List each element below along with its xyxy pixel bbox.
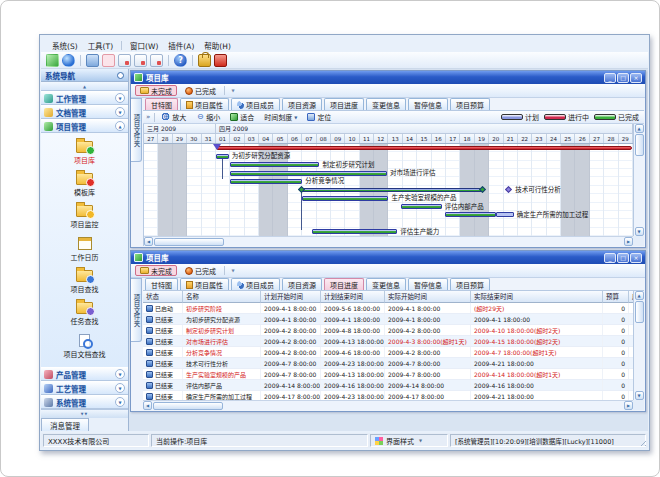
expand-arrow-icon[interactable] [115, 397, 125, 407]
table-row-0[interactable]: 已启动初步研究阶段2009-4-1 8:00:002009-5-6 18:00:… [143, 303, 633, 314]
menu-item-5[interactable]: 帮助(H) [199, 39, 236, 52]
gantt-tab-5[interactable]: 变更信息 [366, 98, 406, 110]
table-tab-0[interactable]: 甘特图 [145, 278, 178, 290]
sidebar-section-5[interactable]: 系统管理 [41, 395, 128, 409]
gantt-summary-bar[interactable] [216, 146, 632, 150]
sidebar-section-0[interactable]: 工作管理 [41, 91, 128, 105]
table-tab-3[interactable]: 项目资源 [282, 278, 322, 290]
side-tab-project-folder[interactable]: 项目文件夹 [131, 98, 142, 162]
gantt-tab-3[interactable]: 项目资源 [282, 98, 322, 110]
toolbar-overflow-icon[interactable] [146, 113, 150, 121]
collapse-arrow-icon[interactable] [115, 121, 125, 131]
menu-item-3[interactable]: 窗口(W) [125, 39, 163, 52]
expand-arrow-icon[interactable] [115, 107, 125, 117]
table-row-8[interactable]: 已结束确定生产所需的加工过程2009-4-17 8:00:002009-4-23… [143, 391, 633, 400]
gantt-tab-0[interactable]: 甘特图 [145, 98, 178, 110]
minimize-icon[interactable] [604, 253, 616, 263]
table-filter-button-0[interactable]: 未完成 [135, 265, 177, 276]
table-tab-4[interactable]: 项目进度 [324, 278, 364, 290]
gantt-task-bar-6[interactable] [302, 196, 388, 201]
table-tab-1[interactable]: 项目属性 [180, 278, 229, 290]
column-header-3[interactable]: 计划结束时间 [321, 291, 385, 303]
interface-style-button[interactable]: 界面样式 [370, 434, 448, 447]
scrollbar-thumb[interactable] [154, 238, 224, 246]
mail-check-icon[interactable] [134, 54, 147, 67]
tab-message-management[interactable]: 消息管理 [41, 418, 89, 431]
sidebar-item-2-1[interactable]: 模板库 [74, 173, 95, 197]
sidebar-item-2-0[interactable]: 项目库 [74, 141, 95, 165]
menu-item-4[interactable]: 插件(A) [163, 39, 199, 52]
sidebar-item-2-6[interactable]: 项目文档查找 [64, 334, 106, 359]
sidebar-item-2-2[interactable]: 项目监控 [71, 205, 99, 229]
mail-write-icon[interactable] [150, 54, 163, 67]
gantt-task-bar-8[interactable] [445, 212, 497, 217]
folder-open-icon[interactable] [102, 54, 115, 67]
gantt-tool-0[interactable]: 放大 [159, 112, 189, 123]
mail-icon[interactable] [118, 54, 131, 67]
menu-item-0[interactable]: 系统(S) [47, 39, 83, 52]
table-vertical-scrollbar[interactable] [633, 291, 644, 400]
column-header-1[interactable]: 名称 [183, 291, 261, 303]
gantt-filter-button-0[interactable]: 未完成 [135, 85, 177, 96]
gantt-vertical-scrollbar[interactable] [633, 124, 644, 236]
pin-icon[interactable] [117, 72, 124, 79]
globe-icon[interactable] [62, 54, 75, 67]
new-window-icon[interactable] [46, 54, 59, 67]
scroll-down-icon[interactable] [635, 391, 644, 400]
sidebar-section-1[interactable]: 文档管理 [41, 105, 128, 119]
menu-item-1[interactable]: 工具(T) [83, 39, 118, 52]
gantt-tool-3[interactable]: 时间刻度 [261, 112, 300, 123]
gantt-tab-4[interactable]: 项目进度 [324, 98, 364, 110]
folder-closed-icon[interactable] [86, 54, 99, 67]
lock-icon[interactable] [198, 54, 211, 67]
scroll-right-icon[interactable] [624, 237, 633, 246]
table-tab-6[interactable]: 暂停信息 [408, 278, 448, 290]
expand-arrow-icon[interactable] [115, 383, 125, 393]
gantt-tool-4[interactable]: 定位 [304, 112, 334, 123]
column-header-0[interactable]: 状态 [143, 291, 183, 303]
expand-arrow-icon[interactable] [115, 369, 125, 379]
table-tab-7[interactable]: 项目预算 [450, 278, 490, 290]
close-icon[interactable] [630, 73, 642, 83]
gantt-tool-1[interactable]: 缩小 [193, 112, 223, 123]
gantt-tab-6[interactable]: 暂停信息 [408, 98, 448, 110]
scroll-up-icon[interactable] [635, 291, 644, 300]
gantt-task-bar-2[interactable] [230, 162, 319, 167]
gantt-filter-button-1[interactable]: 已完成 [180, 85, 221, 96]
column-header-2[interactable]: 计划开始时间 [261, 291, 321, 303]
expand-arrow-icon[interactable] [115, 93, 125, 103]
maximize-icon[interactable] [617, 253, 629, 263]
scroll-up-icon[interactable] [635, 124, 644, 133]
table-tab-5[interactable]: 变更信息 [366, 278, 406, 290]
gantt-task-bar-3[interactable] [230, 171, 387, 176]
table-row-6[interactable]: 已结束生产实验室规模的产品2009-4-7 8:00:002009-4-13 1… [143, 369, 633, 380]
gantt-horizontal-scrollbar[interactable] [144, 236, 633, 246]
close-icon[interactable] [630, 253, 642, 263]
gantt-task-bar-1[interactable] [216, 154, 229, 159]
table-row-7[interactable]: 已结束评估内部产品2009-4-14 8:00:002009-4-16 18:0… [143, 380, 633, 391]
gantt-tab-1[interactable]: 项目属性 [180, 98, 229, 110]
sidebar-section-2[interactable]: 项目管理 [41, 119, 128, 133]
sidebar-item-2-5[interactable]: 任务查找 [71, 302, 99, 326]
gantt-plan-extension-bar[interactable] [496, 212, 513, 217]
sidebar-section-3[interactable]: 产品管理 [41, 367, 128, 381]
column-header-5[interactable]: 实际结束时间 [471, 291, 603, 303]
scroll-left-icon[interactable] [143, 401, 152, 410]
sidebar-overflow-button[interactable] [41, 409, 128, 418]
table-row-5[interactable]: 已结束技术可行性分析2009-4-7 8:00:002009-4-23 18:0… [143, 358, 633, 369]
gantt-task-bar-7[interactable] [401, 204, 441, 209]
gantt-tab-7[interactable]: 项目预算 [450, 98, 490, 110]
table-row-2[interactable]: 已结束制定初步研究计划2009-4-2 8:00:002009-4-8 18:0… [143, 325, 633, 336]
table-filter-button-1[interactable]: 已完成 [180, 265, 221, 276]
gantt-window-titlebar[interactable]: 项目库 [131, 71, 645, 84]
minimize-icon[interactable] [604, 73, 616, 83]
help-icon[interactable] [174, 54, 187, 67]
resize-grip[interactable] [637, 437, 646, 446]
gantt-filter-dropdown-icon[interactable] [228, 86, 238, 96]
scrollbar-thumb[interactable] [153, 402, 223, 410]
gantt-task-bar-9[interactable] [312, 229, 397, 234]
gantt-task-bar-4[interactable] [230, 179, 302, 184]
scroll-down-icon[interactable] [635, 227, 644, 236]
side-tab-project-folder[interactable]: 项目文件夹 [131, 278, 142, 342]
sidebar-item-2-4[interactable]: 项目查找 [71, 270, 99, 294]
